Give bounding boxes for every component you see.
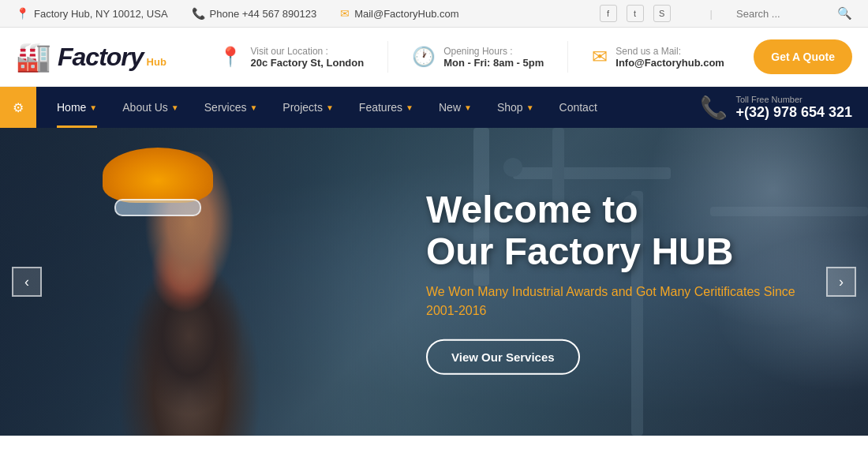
search-input[interactable] (736, 8, 831, 20)
logo: 🏭 Factory Hub (16, 40, 189, 73)
phone-label: Toll Free Number (735, 95, 852, 104)
chevron-down-icon: ▼ (526, 103, 534, 112)
search-bar[interactable]: 🔍 (736, 6, 852, 21)
hero-content: Welcome to Our Factory HUB We Won Many I… (426, 189, 821, 375)
social-links: f t S (600, 5, 671, 22)
nav-shop-label: Shop (497, 101, 523, 114)
site-header: 🏭 Factory Hub 📍 Visit our Location : 20c… (0, 28, 868, 87)
nav-features-label: Features (359, 101, 402, 114)
hero-title-line1: Welcome to (426, 189, 821, 231)
nav-new-label: New (439, 101, 461, 114)
nav-about-label: About Us (122, 101, 168, 114)
header-info: 📍 Visit our Location : 20c Factory St, L… (189, 41, 754, 73)
top-bar: 📍 Factory Hub, NY 10012, USA 📞 Phone +44… (0, 0, 868, 28)
location-text: Factory Hub, NY 10012, USA (34, 8, 168, 20)
mail-value: Info@Factoryhub.com (615, 57, 724, 69)
mail-label: Send us a Mail: (615, 46, 724, 57)
chevron-down-icon: ▼ (171, 103, 179, 112)
header-hours: 🕐 Opening Hours : Mon - Fri: 8am - 5pm (412, 46, 544, 69)
chevron-left-icon: ‹ (24, 274, 29, 290)
nav-menu: Home ▼ About Us ▼ Services ▼ Projects ▼ … (36, 87, 684, 128)
nav-projects[interactable]: Projects ▼ (270, 87, 346, 128)
top-bar-left: 📍 Factory Hub, NY 10012, USA 📞 Phone +44… (16, 7, 576, 20)
location-icon: 📍 (16, 7, 29, 20)
header-location: 📍 Visit our Location : 20c Factory St, L… (219, 46, 364, 69)
nav-contact[interactable]: Contact (547, 87, 610, 128)
email-icon: ✉ (340, 7, 350, 20)
location-label: Visit our Location : (250, 46, 364, 57)
hero-cta-button[interactable]: View Our Services (426, 339, 580, 374)
divider-1 (387, 41, 388, 73)
chevron-down-icon: ▼ (249, 103, 257, 112)
phone-number: +(32) 978 654 321 (735, 104, 852, 121)
nav-home-label: Home (57, 101, 86, 114)
facebook-icon[interactable]: f (600, 5, 617, 22)
safety-glasses (114, 199, 201, 216)
hours-value: Mon - Fri: 8am - 5pm (443, 57, 544, 69)
logo-factory: Factory (58, 43, 144, 72)
chevron-down-icon: ▼ (89, 103, 97, 112)
header-mail: ✉ Send us a Mail: Info@Factoryhub.com (592, 46, 724, 69)
twitter-icon[interactable]: t (627, 5, 644, 22)
chevron-down-icon: ▼ (406, 103, 413, 112)
hero-title: Welcome to Our Factory HUB (426, 189, 821, 273)
get-quote-button[interactable]: Get A Quote (754, 39, 852, 74)
nav-about[interactable]: About Us ▼ (110, 87, 192, 128)
skype-icon[interactable]: S (653, 5, 671, 22)
nav-contact-label: Contact (559, 101, 597, 114)
location-value: 20c Factory St, London (250, 57, 364, 69)
nav-features[interactable]: Features ▼ (346, 87, 426, 128)
nav-new[interactable]: New ▼ (426, 87, 485, 128)
hero-subtitle: We Won Many Industrial Awards and Got Ma… (426, 282, 821, 320)
divider-2 (567, 41, 568, 73)
hours-label: Opening Hours : (443, 46, 544, 57)
clock-icon: 🕐 (412, 46, 436, 68)
settings-button[interactable]: ⚙ (0, 87, 36, 128)
nav-shop[interactable]: Shop ▼ (485, 87, 547, 128)
phone-icon: 📞 (192, 7, 205, 20)
logo-text: Factory Hub (58, 43, 166, 72)
phone-text: Phone +44 567 890123 (210, 8, 317, 20)
email-text: Mail@FactoryHub.com (354, 8, 458, 20)
mail-icon: ✉ (592, 46, 608, 68)
search-button[interactable]: 🔍 (837, 6, 852, 21)
nav-phone: 📞 Toll Free Number +(32) 978 654 321 (684, 95, 868, 121)
nav-services[interactable]: Services ▼ (192, 87, 271, 128)
logo-icon: 🏭 (16, 40, 51, 73)
hero-prev-button[interactable]: ‹ (12, 267, 42, 297)
hero-next-button[interactable]: › (826, 267, 856, 297)
nav-projects-label: Projects (282, 101, 323, 114)
hero-title-line2: Our Factory HUB (426, 231, 821, 273)
nav-home[interactable]: Home ▼ (44, 87, 110, 128)
main-nav: ⚙ Home ▼ About Us ▼ Services ▼ Projects … (0, 87, 868, 128)
top-bar-email: ✉ Mail@FactoryHub.com (340, 7, 458, 20)
hero-section: Welcome to Our Factory HUB We Won Many I… (0, 128, 868, 436)
map-icon: 📍 (219, 46, 242, 68)
nav-services-label: Services (204, 101, 247, 114)
chevron-down-icon: ▼ (326, 103, 334, 112)
chevron-down-icon: ▼ (464, 103, 472, 112)
chevron-right-icon: › (839, 274, 844, 290)
top-bar-location: 📍 Factory Hub, NY 10012, USA (16, 7, 168, 20)
hard-hat (103, 148, 213, 203)
top-bar-phone: 📞 Phone +44 567 890123 (192, 7, 317, 20)
phone-ring-icon: 📞 (700, 95, 728, 121)
logo-hub: Hub (147, 56, 166, 68)
